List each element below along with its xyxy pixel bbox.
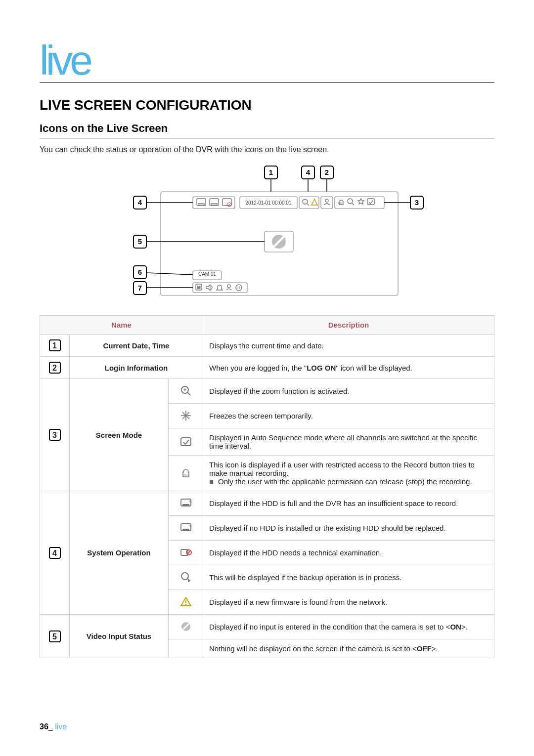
page-header: live <box>40 40 494 81</box>
table-head-desc: Description <box>203 316 494 335</box>
sequence-icon <box>169 428 203 456</box>
row-description: Displayed if the HDD is full and the DVR… <box>203 491 494 516</box>
page-footer: 36_ live <box>40 722 67 731</box>
row-description: Displayed in Auto Sequence mode where al… <box>203 428 494 456</box>
svg-text:REC: REC <box>338 202 344 205</box>
row-number: 4 <box>40 491 70 615</box>
row-name: Current Date, Time <box>70 335 203 357</box>
row-name: Login Information <box>70 357 203 379</box>
freeze-icon <box>169 404 203 428</box>
diagram-callout-5: 5 <box>138 237 142 246</box>
intro-text: You can check the status or operation of… <box>40 145 494 154</box>
table-head-name: Name <box>40 316 203 335</box>
row-name: Video Input Status <box>70 615 169 658</box>
diagram-callout-6: 6 <box>138 268 142 276</box>
backup-icon <box>169 565 203 590</box>
svg-point-71 <box>185 604 186 605</box>
hdd-none-icon: NO <box>169 516 203 541</box>
diagram-cam-label: CAM 01 <box>198 271 217 277</box>
diagram-callout-4-top: 4 <box>306 168 311 176</box>
icon-reference-table: Name Description 1Current Date, TimeDisp… <box>40 315 494 658</box>
diagram-callout-2: 2 <box>325 168 329 176</box>
hdd-full-icon: FULL <box>169 491 203 516</box>
svg-text:REC: REC <box>182 473 189 476</box>
svg-rect-61 <box>182 529 189 530</box>
row-description: Displayed if no HDD is installed or the … <box>203 516 494 541</box>
diagram-callout-3: 3 <box>415 198 419 207</box>
row-description: Displayed if no input is entered in the … <box>203 615 494 639</box>
row-number: 3 <box>40 379 70 491</box>
sub-section-title: Icons on the Live Screen <box>40 122 494 138</box>
row-description: Displayed if the zoom function is activa… <box>203 379 494 404</box>
section-title: LIVE SCREEN CONFIGURATION <box>40 97 494 113</box>
svg-marker-68 <box>188 579 191 582</box>
row-number: 1 <box>40 335 70 357</box>
row-number: 2 <box>40 357 70 379</box>
svg-text:M: M <box>197 285 201 290</box>
svg-text:R: R <box>237 286 240 290</box>
row-name: Screen Mode <box>70 379 169 491</box>
diagram-callout-1: 1 <box>269 168 273 176</box>
header-divider <box>40 82 494 83</box>
row-description: Freezes the screen temporarily. <box>203 404 494 428</box>
table-row: 2Login InformationWhen you are logged in… <box>40 357 494 379</box>
row-description: This will be displayed if the backup ope… <box>203 565 494 590</box>
diagram-date-time: 2012-01-01 00:00:01 <box>246 200 292 206</box>
row-description: Nothing will be displayed on the screen … <box>203 639 494 658</box>
svg-rect-20 <box>321 197 333 209</box>
svg-rect-55 <box>181 438 191 446</box>
svg-point-66 <box>181 573 188 580</box>
svg-text:FULL: FULL <box>189 500 192 503</box>
row-description: Displayed if the HDD needs a technical e… <box>203 541 494 565</box>
empty-icon-cell <box>169 639 203 658</box>
row-description: When you are logged in, the "LOG ON" ico… <box>203 357 494 379</box>
table-row: 1Current Date, TimeDisplays the current … <box>40 335 494 357</box>
svg-line-48 <box>187 392 190 395</box>
no-input-icon <box>169 615 203 639</box>
live-screen-diagram: .box { fill: #fff; stroke: #888; stroke-… <box>94 162 440 305</box>
row-name: System Operation <box>70 491 169 615</box>
table-row: 3Screen ModeDisplayed if the zoom functi… <box>40 379 494 404</box>
table-row: 5Video Input StatusDisplayed if no input… <box>40 615 494 639</box>
row-description: Displayed if a new firmware is found fro… <box>203 590 494 615</box>
row-description: Displays the current time and date. <box>203 335 494 357</box>
row-description: This icon is displayed if a user with re… <box>203 456 494 491</box>
rec-lock-icon: REC <box>169 456 203 491</box>
hdd-tech-icon <box>169 541 203 565</box>
svg-text:NO: NO <box>189 525 192 528</box>
row-note: ■Only the user with the applicable permi… <box>209 477 488 486</box>
zoom-icon <box>169 379 203 404</box>
table-row: 4System OperationFULLDisplayed if the HD… <box>40 491 494 516</box>
row-number: 5 <box>40 615 70 658</box>
diagram-callout-4-left: 4 <box>138 198 142 207</box>
firmware-icon <box>169 590 203 615</box>
diagram-callout-7: 7 <box>138 284 142 292</box>
svg-rect-58 <box>182 504 189 505</box>
